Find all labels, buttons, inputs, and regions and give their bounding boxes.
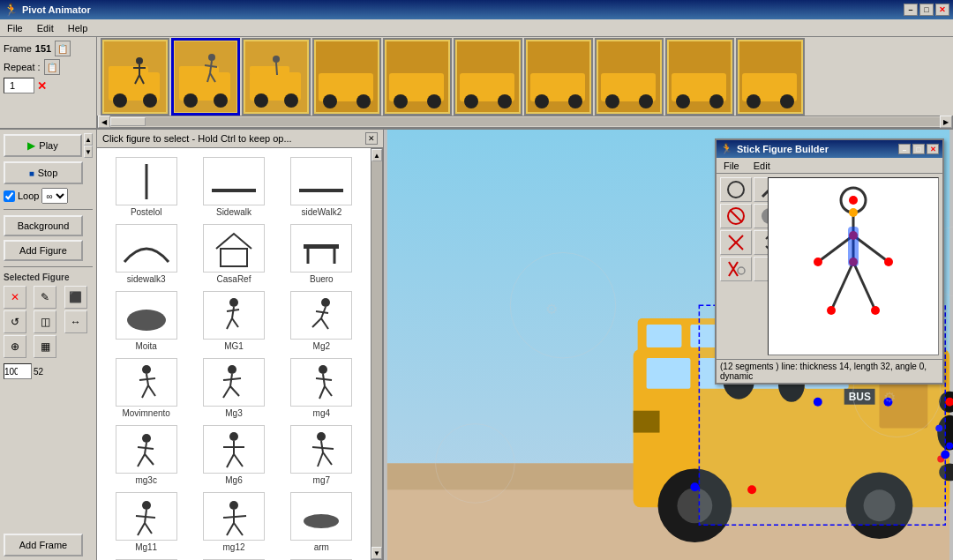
figure-item-buero[interactable]: Buero [280, 222, 364, 286]
figure-name-sidewalk: Sidewalk [216, 207, 251, 217]
play-icon: ▶ [27, 139, 35, 152]
frame-thumb-6[interactable] [454, 38, 522, 116]
figure-item-mg11[interactable]: Mg11 [104, 490, 188, 554]
figure-item-mg3[interactable]: Mg3 [191, 356, 275, 420]
sfb-minimize-button[interactable]: – [898, 144, 911, 154]
sfb-tool-circle[interactable] [720, 177, 752, 202]
frame-thumb-10[interactable] [736, 38, 805, 116]
panel-scroll-up[interactable]: ▲ [84, 133, 93, 146]
minimize-button[interactable]: – [904, 4, 918, 16]
figure-item-mg4[interactable]: mg4 [280, 356, 364, 420]
frame-thumb-8[interactable] [595, 38, 664, 116]
frame-thumb-1[interactable] [101, 38, 169, 116]
panel-scroll-down[interactable]: ▼ [84, 146, 93, 158]
duplicate-figure-button[interactable]: ◫ [34, 310, 56, 333]
scroll-right-button[interactable]: ▶ [940, 116, 952, 128]
repeat-clear[interactable]: ✕ [37, 79, 47, 93]
svg-point-25 [273, 56, 280, 63]
sfb-menu-edit[interactable]: Edit [750, 160, 774, 172]
figure-panel-scrollbar[interactable]: ▲ ▼ [371, 148, 383, 560]
figure-item-mg2[interactable]: Mg2 [280, 289, 364, 353]
loop-checkbox[interactable] [4, 190, 15, 202]
loop-row: Loop ∞ [4, 188, 93, 204]
scroll-thumb[interactable] [110, 117, 146, 126]
canvas-area[interactable]: BUS [384, 130, 953, 560]
figure-item-sidewalk2[interactable]: sideWalk2 [280, 155, 364, 219]
frame-thumb-3[interactable] [242, 38, 311, 116]
svg-line-96 [227, 454, 234, 467]
frame-thumb-9[interactable] [665, 38, 734, 116]
figure-item-arm[interactable]: arm [280, 490, 364, 554]
zoom-input[interactable] [4, 363, 32, 379]
sfb-tool-red-cross-left[interactable] [720, 257, 752, 281]
figure-scroll-up[interactable]: ▲ [371, 149, 382, 161]
figure-item-mg12[interactable]: mg12 [191, 490, 275, 554]
stop-row: ■ Stop [4, 161, 93, 184]
repeat-input[interactable] [4, 78, 34, 93]
delete-figure-button[interactable]: ✕ [4, 286, 26, 309]
frame-thumb-2[interactable] [171, 38, 240, 116]
figure-item-movimnento[interactable]: Movimnento [104, 356, 188, 420]
play-button[interactable]: ▶ Play [4, 134, 82, 157]
frame-icon-button[interactable]: 📋 [55, 41, 71, 56]
figure-item-mg7[interactable]: mg7 [280, 423, 364, 487]
add-frame-row: Add Frame [4, 526, 93, 556]
stop-button[interactable]: ■ Stop [4, 161, 83, 184]
timeline-frames[interactable] [97, 37, 953, 116]
sfb-tool-no-circle[interactable] [720, 204, 752, 228]
sfb-close-button[interactable]: ✕ [927, 144, 939, 154]
figure-item-sidewalk3[interactable]: sidewalk3 [104, 222, 188, 286]
svg-line-90 [138, 447, 154, 449]
menu-file[interactable]: File [4, 22, 26, 34]
frame-inner-1 [102, 40, 168, 114]
figure-item-casaref[interactable]: CasaRef [191, 222, 275, 286]
svg-point-15 [208, 54, 215, 61]
figure-item-postelol[interactable]: Postelol [104, 155, 188, 219]
figure-item-sidewalk[interactable]: Sidewalk [191, 155, 275, 219]
scroll-left-button[interactable]: ◀ [98, 116, 110, 128]
figure-name-mg3: Mg3 [225, 408, 242, 418]
add-frame-button[interactable]: Add Frame [4, 534, 83, 556]
timeline-scrollbar[interactable]: ◀ ▶ [97, 116, 953, 128]
maximize-button[interactable]: □ [919, 4, 934, 16]
add-figure-button[interactable]: Add Figure [4, 240, 83, 261]
repeat-label: Repeat : 📋 [4, 59, 93, 75]
sfb-tool-cross-arrow[interactable] [720, 230, 752, 255]
figure-item-mg3c[interactable]: mg3c [104, 423, 188, 487]
figure-item-moita[interactable]: Moita [104, 289, 188, 353]
rotate-figure-button[interactable]: ↺ [4, 310, 26, 333]
loop-select[interactable]: ∞ [41, 188, 68, 204]
menu-help[interactable]: Help [64, 22, 92, 34]
edit-figure-button[interactable]: ✎ [34, 286, 56, 309]
center-figure-button[interactable]: ⊕ [4, 335, 26, 358]
svg-line-80 [223, 378, 241, 380]
frame-thumb-4[interactable] [312, 38, 381, 116]
svg-rect-143 [634, 411, 660, 433]
figure-name-mg4: mg4 [313, 408, 330, 418]
figure-scroll-down[interactable]: ▼ [371, 547, 382, 559]
close-button[interactable]: ✕ [935, 4, 949, 16]
sfb-menu-file[interactable]: File [720, 160, 743, 172]
svg-line-106 [138, 523, 145, 535]
grid-button[interactable]: ▦ [34, 335, 56, 358]
zoom-52: 52 [34, 367, 43, 377]
flip-figure-button[interactable]: ↔ [64, 310, 87, 333]
figure-item-mg1[interactable]: MG1 [191, 289, 275, 353]
color-figure-button[interactable]: ⬛ [64, 286, 87, 309]
background-button[interactable]: Background [4, 215, 83, 236]
frame-scroll [97, 38, 808, 116]
figure-name-sidewalk3: sidewalk3 [127, 274, 166, 284]
stop-icon: ■ [29, 168, 34, 178]
sfb-maximize-button[interactable]: □ [912, 144, 925, 154]
svg-point-93 [229, 432, 238, 441]
figure-item-mg6[interactable]: Mg6 [191, 423, 275, 487]
frame-inner-10 [738, 40, 803, 114]
menu-edit[interactable]: Edit [34, 22, 57, 34]
figure-preview-mg3c [116, 425, 177, 474]
repeat-icon-button[interactable]: 📋 [44, 59, 60, 75]
figure-panel-close[interactable]: ✕ [365, 132, 378, 145]
frame-thumb-7[interactable] [524, 38, 593, 116]
svg-line-111 [227, 523, 234, 535]
frame-thumb-5[interactable] [383, 38, 452, 116]
add-figure-label: Add Figure [19, 245, 67, 256]
